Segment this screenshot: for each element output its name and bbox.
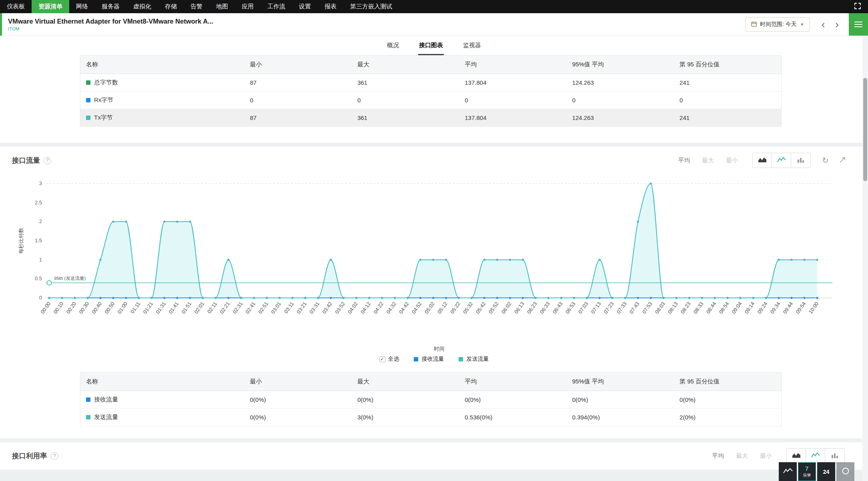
svg-text:07:23: 07:23 <box>603 301 615 315</box>
nav-item-3[interactable]: 服务器 <box>95 0 126 13</box>
svg-text:95th (发送流量): 95th (发送流量) <box>54 276 86 281</box>
legend-swatch <box>459 357 463 361</box>
section-title-traffic: 接口流量 <box>12 156 40 165</box>
agg-option[interactable]: 最小 <box>760 452 772 460</box>
nav-item-8[interactable]: 应用 <box>235 0 261 13</box>
aggregation-controls: 平均最大最小 <box>678 157 738 164</box>
svg-text:00:50: 00:50 <box>103 301 116 315</box>
svg-text:10:00: 10:00 <box>808 301 820 315</box>
nav-item-9[interactable]: 工作流 <box>261 0 292 13</box>
area-chart-button[interactable] <box>787 449 806 463</box>
series-color-swatch <box>86 116 90 120</box>
prev-period-button[interactable]: ‹ <box>816 19 830 30</box>
legend-select-all[interactable]: ✓全选 <box>379 355 399 363</box>
svg-text:09:44: 09:44 <box>782 301 794 315</box>
line-chart-icon <box>811 452 820 460</box>
table-header-row: 名称最小最大平均95%值 平均第 95 百分位值 <box>80 373 782 391</box>
nav-item-2[interactable]: 网络 <box>69 0 95 13</box>
line-chart-button[interactable] <box>772 153 791 168</box>
value-cell: 87 <box>245 109 352 127</box>
time-range-label: 时间范围: 今天 <box>760 21 797 28</box>
column-header: 第 95 百分位值 <box>674 373 781 391</box>
agg-option[interactable]: 最小 <box>726 157 738 164</box>
table-row[interactable]: 总字节数87361137.804124.263241 <box>80 74 782 92</box>
column-header: 最大 <box>352 373 459 391</box>
nav-item-7[interactable]: 地图 <box>209 0 235 13</box>
column-header: 最小 <box>245 56 352 74</box>
utilization-section-header: 接口利用率 ? 平均最大最小 <box>0 442 868 465</box>
next-period-button[interactable]: › <box>830 19 844 30</box>
chat-widget[interactable] <box>836 462 854 481</box>
svg-text:04:02: 04:02 <box>347 301 359 315</box>
svg-text:04:52: 04:52 <box>411 301 423 315</box>
table-row[interactable]: 发送流量0(0%)3(0%)0.536(0%)0.394(0%)2(0%) <box>80 409 782 426</box>
area-chart-button[interactable] <box>753 153 772 168</box>
row-name-cell: 接收流量 <box>80 391 245 409</box>
bar-chart-button[interactable] <box>825 449 844 463</box>
vertical-scrollbar[interactable] <box>862 36 868 481</box>
line-chart-button[interactable] <box>806 449 825 463</box>
legend-item[interactable]: 接收流量 <box>414 355 444 363</box>
traffic-chart[interactable]: 00.511.522.5300:0000:1000:2000:3000:4000… <box>16 178 852 355</box>
svg-text:3: 3 <box>39 180 42 186</box>
time-range-selector[interactable]: 时间范围: 今天 ▼ <box>746 17 810 32</box>
refresh-icon[interactable]: ↻ <box>822 156 829 164</box>
svg-text:08:54: 08:54 <box>718 301 730 315</box>
table-row[interactable]: Rx字节00000 <box>80 92 782 109</box>
nav-item-12[interactable]: 第三方嵌入测试 <box>343 0 399 13</box>
nav-item-4[interactable]: 虚拟化 <box>126 0 158 13</box>
legend-label: 发送流量 <box>467 355 489 363</box>
nav-spacer <box>399 0 847 13</box>
table-row[interactable]: 接收流量0(0%)0(0%)0(0%)0(0%)0(0%) <box>80 391 782 409</box>
fullscreen-button[interactable] <box>847 0 868 13</box>
nav-item-1[interactable]: 资源清单 <box>32 0 69 13</box>
tab-2[interactable]: 监视器 <box>462 42 482 55</box>
area-chart-icon <box>792 452 801 460</box>
chart-type-group <box>752 153 811 168</box>
value-cell: 0(0%) <box>352 391 459 409</box>
fullscreen-icon <box>854 2 861 11</box>
legend-item[interactable]: 发送流量 <box>459 355 489 363</box>
nav-item-5[interactable]: 存储 <box>158 0 184 13</box>
svg-text:05:52: 05:52 <box>487 301 500 315</box>
value-cell: 361 <box>352 74 459 92</box>
chart-tool-widget[interactable] <box>779 462 797 481</box>
agg-option[interactable]: 最大 <box>736 452 748 460</box>
hamburger-menu-button[interactable] <box>849 13 868 36</box>
agg-option[interactable]: 平均 <box>678 157 690 164</box>
legend-label: 接收流量 <box>422 355 444 363</box>
title-block: VMware Virtual Ethernet Adapter for VMne… <box>8 18 213 31</box>
agg-option[interactable]: 最大 <box>702 157 714 164</box>
help-icon[interactable]: ? <box>44 157 51 164</box>
svg-text:06:23: 06:23 <box>526 301 538 315</box>
value-cell: 0.536(0%) <box>459 409 566 426</box>
nav-item-6[interactable]: 告警 <box>184 0 209 13</box>
export-icon[interactable] <box>839 156 846 164</box>
scrollbar-thumb[interactable] <box>863 78 867 181</box>
svg-text:00:10: 00:10 <box>52 301 65 315</box>
area-chart-icon <box>758 157 767 164</box>
select-all-checkbox[interactable]: ✓ <box>379 356 385 362</box>
svg-text:03:21: 03:21 <box>295 301 308 315</box>
svg-text:00:30: 00:30 <box>78 301 90 315</box>
svg-text:1: 1 <box>39 257 42 263</box>
hours24-widget[interactable]: 24 <box>817 462 835 481</box>
nav-item-11[interactable]: 报表 <box>318 0 343 13</box>
bar-chart-button[interactable] <box>791 153 810 168</box>
line-chart-icon <box>783 468 793 475</box>
legend-swatch <box>414 357 418 361</box>
value-cell: 3(0%) <box>352 409 459 426</box>
tab-0[interactable]: 概况 <box>386 42 400 55</box>
tab-1[interactable]: 接口图表 <box>418 42 444 55</box>
nav-item-0[interactable]: 仪表板 <box>0 0 32 13</box>
svg-text:02:41: 02:41 <box>244 301 257 315</box>
agg-option[interactable]: 平均 <box>712 452 724 460</box>
help-icon[interactable]: ? <box>51 452 58 460</box>
traffic-chart-svg[interactable]: 00.511.522.5300:0000:1000:2000:3000:4000… <box>16 178 848 353</box>
value-cell: 0 <box>459 92 566 109</box>
value-cell: 241 <box>674 109 781 127</box>
svg-text:每秒比特数: 每秒比特数 <box>18 228 24 254</box>
alert-widget[interactable]: 7 告警 <box>798 462 816 481</box>
nav-item-10[interactable]: 设置 <box>292 0 318 13</box>
table-row[interactable]: Tx字节87361137.804124.263241 <box>80 109 782 127</box>
